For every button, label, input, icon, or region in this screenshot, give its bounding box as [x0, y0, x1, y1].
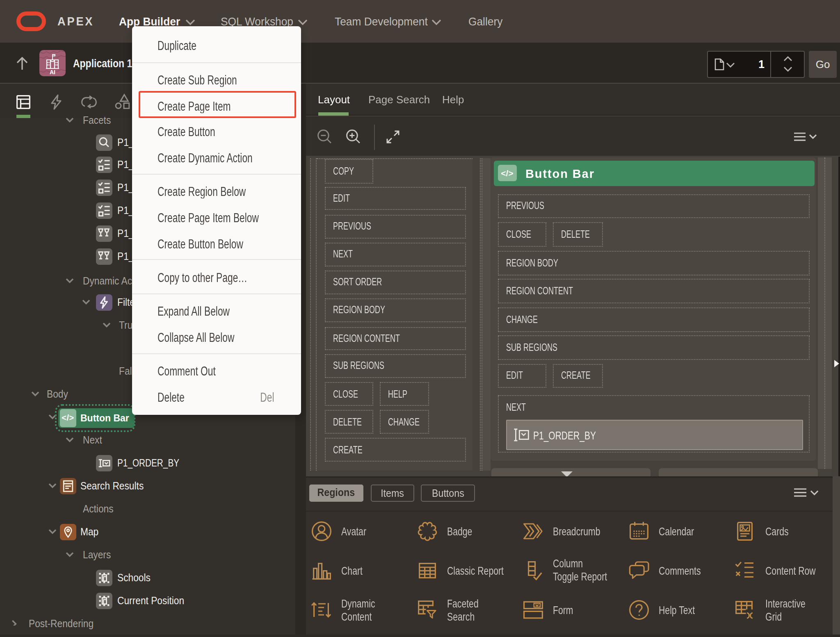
svg-text:AI: AI [50, 69, 55, 75]
